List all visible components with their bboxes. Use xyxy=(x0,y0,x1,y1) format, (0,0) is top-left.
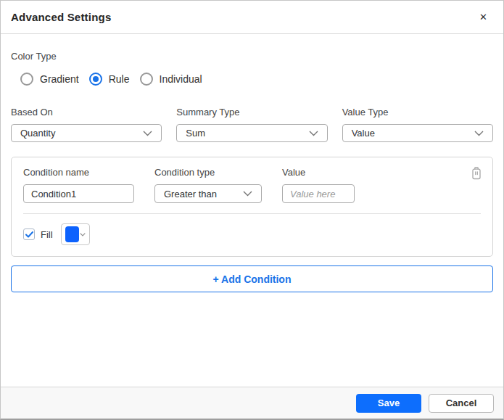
chevron-down-icon xyxy=(309,131,318,136)
condition-type-field: Condition type Greater than xyxy=(154,167,262,203)
based-on-dropdown[interactable]: Quantity xyxy=(11,124,162,142)
color-swatch xyxy=(65,226,79,242)
condition-type-dropdown[interactable]: Greater than xyxy=(154,184,262,203)
dialog-title: Advanced Settings xyxy=(11,11,111,23)
radio-gradient[interactable]: Gradient xyxy=(20,73,79,86)
condition-value-input[interactable] xyxy=(282,184,355,203)
dialog-footer: Save Cancel xyxy=(1,387,503,419)
summary-type-value: Sum xyxy=(186,128,205,139)
radio-rule[interactable]: Rule xyxy=(89,73,130,86)
radio-circle-icon xyxy=(140,73,153,86)
chevron-down-icon xyxy=(80,233,86,236)
value-type-value: Value xyxy=(352,128,375,139)
chevron-down-icon xyxy=(474,131,484,136)
radio-gradient-label: Gradient xyxy=(40,73,79,85)
condition-card: Condition name Condition type Greater th… xyxy=(11,157,493,257)
color-type-radio-group: Gradient Rule Individual xyxy=(11,73,493,86)
condition-type-value: Greater than xyxy=(164,189,217,199)
fill-color-picker[interactable] xyxy=(61,223,90,245)
dialog-body: Color Type Gradient Rule Individual Base… xyxy=(1,34,503,302)
cancel-button[interactable]: Cancel xyxy=(429,394,494,413)
close-icon[interactable]: ✕ xyxy=(479,12,487,22)
condition-fields-row: Condition name Condition type Greater th… xyxy=(23,167,481,203)
value-type-field: Value Type Value xyxy=(342,107,493,142)
condition-value-field: Value xyxy=(282,167,355,203)
radio-rule-label: Rule xyxy=(109,73,130,85)
based-on-field: Based On Quantity xyxy=(11,107,162,142)
chevron-down-icon xyxy=(243,191,252,197)
radio-circle-icon xyxy=(20,73,33,86)
based-on-value: Quantity xyxy=(20,128,55,139)
radio-individual[interactable]: Individual xyxy=(140,73,202,86)
save-button[interactable]: Save xyxy=(356,394,421,413)
chevron-down-icon xyxy=(143,131,152,136)
condition-name-label: Condition name xyxy=(23,167,134,178)
condition-divider xyxy=(23,213,481,214)
fill-label: Fill xyxy=(41,229,53,240)
radio-individual-label: Individual xyxy=(160,73,202,85)
delete-condition-button[interactable] xyxy=(471,167,482,180)
condition-name-input[interactable] xyxy=(23,184,134,203)
summary-type-field: Summary Type Sum xyxy=(176,107,327,142)
condition-name-field: Condition name xyxy=(23,167,134,203)
check-icon xyxy=(25,231,33,238)
advanced-settings-dialog: Advanced Settings ✕ Color Type Gradient … xyxy=(0,0,504,420)
based-on-label: Based On xyxy=(11,107,162,118)
dialog-header: Advanced Settings ✕ xyxy=(1,1,503,34)
add-condition-button[interactable]: + Add Condition xyxy=(11,265,493,292)
fill-checkbox[interactable] xyxy=(23,228,35,240)
summary-type-label: Summary Type xyxy=(176,107,327,118)
condition-value-label: Value xyxy=(282,167,355,178)
condition-type-label: Condition type xyxy=(154,167,262,178)
selectors-row: Based On Quantity Summary Type Sum Value… xyxy=(11,107,493,142)
fill-row: Fill xyxy=(23,223,481,245)
summary-type-dropdown[interactable]: Sum xyxy=(176,124,327,142)
radio-circle-icon xyxy=(89,73,102,86)
value-type-label: Value Type xyxy=(342,107,493,118)
value-type-dropdown[interactable]: Value xyxy=(342,124,493,142)
color-type-label: Color Type xyxy=(11,51,493,62)
trash-icon xyxy=(471,167,482,180)
